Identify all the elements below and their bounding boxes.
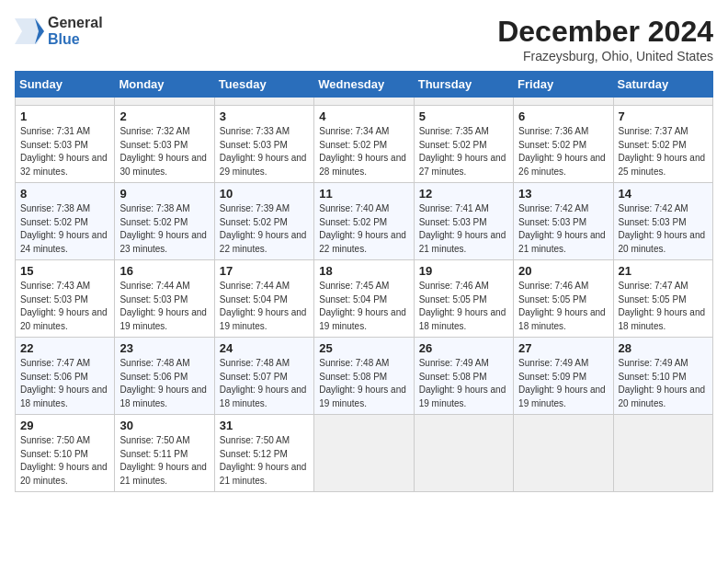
calendar-day-cell xyxy=(514,98,613,106)
calendar-week-row xyxy=(16,98,713,106)
calendar-day-cell xyxy=(115,98,214,106)
day-detail: Sunrise: 7:41 AM Sunset: 5:03 PM Dayligh… xyxy=(419,202,508,256)
day-number: 16 xyxy=(119,264,209,278)
day-detail: Sunrise: 7:50 AM Sunset: 5:10 PM Dayligh… xyxy=(20,434,109,488)
calendar-day-cell: 11Sunrise: 7:40 AM Sunset: 5:02 PM Dayli… xyxy=(314,183,414,260)
day-detail: Sunrise: 7:48 AM Sunset: 5:07 PM Dayligh… xyxy=(220,357,309,410)
calendar-day-cell xyxy=(214,98,313,106)
title-area: December 2024 Frazeysburg, Ohio, United … xyxy=(497,15,713,63)
calendar-week-row: 8Sunrise: 7:38 AM Sunset: 5:02 PM Daylig… xyxy=(16,183,713,260)
day-detail: Sunrise: 7:50 AM Sunset: 5:11 PM Dayligh… xyxy=(119,434,209,488)
calendar-header-cell: Monday xyxy=(115,72,214,98)
calendar-day-cell: 29Sunrise: 7:50 AM Sunset: 5:10 PM Dayli… xyxy=(16,415,115,492)
day-detail: Sunrise: 7:44 AM Sunset: 5:03 PM Dayligh… xyxy=(119,280,209,333)
day-number: 15 xyxy=(20,264,109,278)
day-number: 17 xyxy=(220,264,309,278)
calendar-week-row: 22Sunrise: 7:47 AM Sunset: 5:06 PM Dayli… xyxy=(16,338,713,415)
calendar-day-cell xyxy=(514,415,613,492)
day-number: 29 xyxy=(20,419,109,432)
day-detail: Sunrise: 7:49 AM Sunset: 5:10 PM Dayligh… xyxy=(619,357,708,410)
calendar-day-cell: 25Sunrise: 7:48 AM Sunset: 5:08 PM Dayli… xyxy=(314,338,414,415)
day-detail: Sunrise: 7:45 AM Sunset: 5:04 PM Dayligh… xyxy=(319,280,408,333)
day-number: 6 xyxy=(518,109,608,123)
calendar-header-cell: Wednesday xyxy=(314,72,414,98)
calendar-day-cell xyxy=(613,98,712,106)
day-number: 4 xyxy=(319,109,408,123)
calendar-day-cell: 20Sunrise: 7:46 AM Sunset: 5:05 PM Dayli… xyxy=(514,260,613,338)
day-number: 27 xyxy=(518,341,608,355)
day-number: 22 xyxy=(20,341,109,355)
calendar-day-cell: 28Sunrise: 7:49 AM Sunset: 5:10 PM Dayli… xyxy=(613,338,712,415)
calendar-day-cell: 21Sunrise: 7:47 AM Sunset: 5:05 PM Dayli… xyxy=(613,260,712,338)
calendar-day-cell: 13Sunrise: 7:42 AM Sunset: 5:03 PM Dayli… xyxy=(514,183,613,260)
calendar-day-cell: 7Sunrise: 7:37 AM Sunset: 5:02 PM Daylig… xyxy=(613,106,712,183)
day-detail: Sunrise: 7:47 AM Sunset: 5:05 PM Dayligh… xyxy=(619,280,708,333)
day-detail: Sunrise: 7:49 AM Sunset: 5:09 PM Dayligh… xyxy=(518,357,608,410)
day-number: 14 xyxy=(619,187,708,201)
logo: General Blue xyxy=(15,15,103,48)
day-number: 1 xyxy=(20,109,109,123)
calendar-table: SundayMondayTuesdayWednesdayThursdayFrid… xyxy=(15,71,713,492)
day-number: 8 xyxy=(20,187,109,201)
calendar-header-row: SundayMondayTuesdayWednesdayThursdayFrid… xyxy=(16,72,713,98)
calendar-day-cell: 6Sunrise: 7:36 AM Sunset: 5:02 PM Daylig… xyxy=(514,106,613,183)
logo-line2: Blue xyxy=(48,31,103,48)
day-detail: Sunrise: 7:36 AM Sunset: 5:02 PM Dayligh… xyxy=(518,125,608,178)
calendar-header-cell: Saturday xyxy=(613,72,712,98)
logo-line1: General xyxy=(48,15,103,31)
day-number: 12 xyxy=(419,187,508,201)
calendar-week-row: 29Sunrise: 7:50 AM Sunset: 5:10 PM Dayli… xyxy=(16,415,713,492)
day-number: 10 xyxy=(220,187,309,201)
calendar-day-cell: 8Sunrise: 7:38 AM Sunset: 5:02 PM Daylig… xyxy=(16,183,115,260)
day-number: 13 xyxy=(518,187,608,201)
day-detail: Sunrise: 7:47 AM Sunset: 5:06 PM Dayligh… xyxy=(20,357,109,410)
day-detail: Sunrise: 7:42 AM Sunset: 5:03 PM Dayligh… xyxy=(619,202,708,256)
calendar-day-cell: 26Sunrise: 7:49 AM Sunset: 5:08 PM Dayli… xyxy=(414,338,513,415)
day-detail: Sunrise: 7:48 AM Sunset: 5:06 PM Dayligh… xyxy=(119,357,209,410)
day-number: 3 xyxy=(220,109,309,123)
day-detail: Sunrise: 7:44 AM Sunset: 5:04 PM Dayligh… xyxy=(220,280,309,333)
calendar-day-cell: 10Sunrise: 7:39 AM Sunset: 5:02 PM Dayli… xyxy=(214,183,313,260)
day-detail: Sunrise: 7:38 AM Sunset: 5:02 PM Dayligh… xyxy=(20,202,109,256)
calendar-day-cell: 24Sunrise: 7:48 AM Sunset: 5:07 PM Dayli… xyxy=(214,338,313,415)
logo-text: General Blue xyxy=(48,15,103,47)
calendar-week-row: 15Sunrise: 7:43 AM Sunset: 5:03 PM Dayli… xyxy=(16,260,713,338)
day-number: 18 xyxy=(319,264,408,278)
day-detail: Sunrise: 7:42 AM Sunset: 5:03 PM Dayligh… xyxy=(518,202,608,256)
day-detail: Sunrise: 7:49 AM Sunset: 5:08 PM Dayligh… xyxy=(419,357,508,410)
day-number: 31 xyxy=(220,419,309,432)
calendar-day-cell: 30Sunrise: 7:50 AM Sunset: 5:11 PM Dayli… xyxy=(115,415,214,492)
calendar-day-cell: 27Sunrise: 7:49 AM Sunset: 5:09 PM Dayli… xyxy=(514,338,613,415)
day-number: 21 xyxy=(619,264,708,278)
day-detail: Sunrise: 7:50 AM Sunset: 5:12 PM Dayligh… xyxy=(220,434,309,488)
calendar-day-cell xyxy=(414,98,513,106)
day-number: 23 xyxy=(119,341,209,355)
calendar-day-cell: 12Sunrise: 7:41 AM Sunset: 5:03 PM Dayli… xyxy=(414,183,513,260)
calendar-day-cell: 16Sunrise: 7:44 AM Sunset: 5:03 PM Dayli… xyxy=(115,260,214,338)
calendar-day-cell: 15Sunrise: 7:43 AM Sunset: 5:03 PM Dayli… xyxy=(16,260,115,338)
header: General Blue December 2024 Frazeysburg, … xyxy=(15,15,713,63)
day-detail: Sunrise: 7:40 AM Sunset: 5:02 PM Dayligh… xyxy=(319,202,408,256)
calendar-week-row: 1Sunrise: 7:31 AM Sunset: 5:03 PM Daylig… xyxy=(16,106,713,183)
calendar-day-cell: 2Sunrise: 7:32 AM Sunset: 5:03 PM Daylig… xyxy=(115,106,214,183)
day-detail: Sunrise: 7:34 AM Sunset: 5:02 PM Dayligh… xyxy=(319,125,408,178)
day-detail: Sunrise: 7:48 AM Sunset: 5:08 PM Dayligh… xyxy=(319,357,408,410)
calendar-day-cell: 9Sunrise: 7:38 AM Sunset: 5:02 PM Daylig… xyxy=(115,183,214,260)
day-detail: Sunrise: 7:33 AM Sunset: 5:03 PM Dayligh… xyxy=(220,125,309,178)
day-detail: Sunrise: 7:39 AM Sunset: 5:02 PM Dayligh… xyxy=(220,202,309,256)
day-number: 30 xyxy=(119,419,209,432)
calendar-day-cell: 19Sunrise: 7:46 AM Sunset: 5:05 PM Dayli… xyxy=(414,260,513,338)
day-detail: Sunrise: 7:38 AM Sunset: 5:02 PM Dayligh… xyxy=(119,202,209,256)
calendar-day-cell: 22Sunrise: 7:47 AM Sunset: 5:06 PM Dayli… xyxy=(16,338,115,415)
calendar-day-cell: 3Sunrise: 7:33 AM Sunset: 5:03 PM Daylig… xyxy=(214,106,313,183)
day-number: 11 xyxy=(319,187,408,201)
day-number: 5 xyxy=(419,109,508,123)
day-number: 19 xyxy=(419,264,508,278)
calendar-day-cell xyxy=(613,415,712,492)
day-number: 25 xyxy=(319,341,408,355)
day-detail: Sunrise: 7:35 AM Sunset: 5:02 PM Dayligh… xyxy=(419,125,508,178)
calendar-day-cell: 18Sunrise: 7:45 AM Sunset: 5:04 PM Dayli… xyxy=(314,260,414,338)
calendar-day-cell: 4Sunrise: 7:34 AM Sunset: 5:02 PM Daylig… xyxy=(314,106,414,183)
calendar-header-cell: Friday xyxy=(514,72,613,98)
day-number: 20 xyxy=(518,264,608,278)
